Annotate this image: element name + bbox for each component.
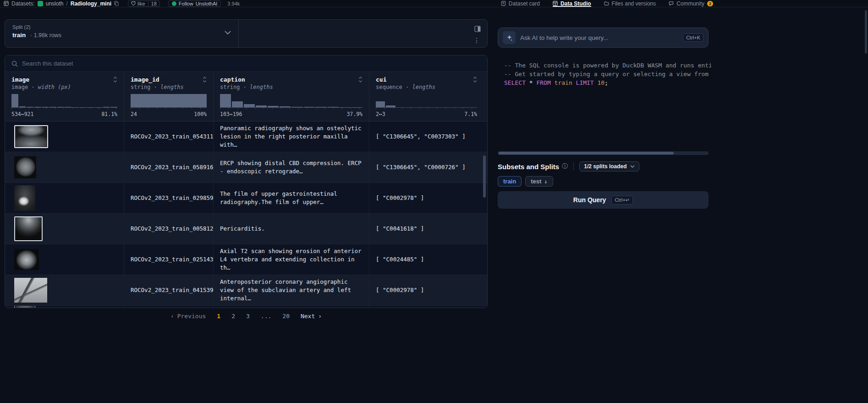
community-count-badge: 2 (707, 1, 713, 6)
table-row: ROCOv2_2023_train_005812 Pericarditis. [… (5, 214, 487, 244)
split-chips: train test ↓ (498, 176, 553, 187)
ai-query-placeholder: Ask AI to help write your query... (520, 34, 678, 41)
caption-cell[interactable]: Axial T2 scan showing erosion of anterio… (214, 244, 369, 275)
cui-cell[interactable]: [ "C1306645", "C0037303" ] (369, 121, 483, 152)
image-cell[interactable] (5, 152, 124, 182)
editor-horizontal-scrollbar[interactable] (498, 151, 709, 155)
page-number-2[interactable]: 2 (231, 313, 235, 320)
cui-cell[interactable]: [ "C0002978" ] (369, 183, 483, 213)
sql-editor[interactable]: -- The SQL console is powered by DuckDB … (504, 61, 711, 87)
sql-query-line: SELECT * FROM train LIMIT 10; (504, 78, 711, 87)
row-image-thumbnail[interactable] (14, 216, 43, 241)
previous-page-button[interactable]: ‹ Previous (170, 313, 206, 320)
image-cell[interactable] (5, 183, 124, 213)
datasets-icon[interactable] (4, 1, 9, 6)
image-id-cell[interactable]: ROCOv2_2023_train_058916 (124, 152, 214, 182)
column-histogram[interactable] (220, 94, 363, 108)
column-histogram[interactable] (376, 94, 477, 108)
table-row: ROCOv2_2023_train_054311 Panoramic radio… (5, 121, 487, 152)
subsets-title: Subsets and Splits (498, 163, 559, 171)
column-name: cui (376, 76, 386, 83)
search-icon (11, 61, 18, 67)
split-chip-train[interactable]: train (498, 176, 522, 187)
split-selector[interactable]: Split (2) train · 1.98k rows (5, 20, 239, 47)
search-input[interactable] (22, 60, 481, 67)
follow-button[interactable]: Follow UnslothAI (168, 0, 221, 7)
image-id-cell[interactable] (124, 306, 214, 308)
column-histogram[interactable] (131, 94, 207, 108)
datasets-label[interactable]: Datasets: (11, 0, 35, 7)
column-name: image (11, 76, 29, 83)
ask-ai-query-box[interactable]: Ask AI to help write your query... Ctrl+… (498, 28, 709, 48)
sparkle-icon (503, 31, 516, 44)
caption-cell[interactable]: Pericarditis. (214, 214, 369, 244)
column-stats: 2↔37.1% (376, 111, 477, 117)
image-cell[interactable] (5, 244, 124, 275)
chevron-down-icon (630, 165, 635, 168)
like-button[interactable]: like (128, 0, 148, 7)
sort-icon[interactable] (113, 77, 117, 83)
caption-cell[interactable]: Anteroposterior coronary angiographic vi… (214, 275, 369, 305)
column-header-image-id[interactable]: image_id string · lengths 24100% (124, 72, 214, 121)
page-scrollbar[interactable] (865, 10, 867, 54)
tab-community[interactable]: Community 2 (669, 0, 713, 7)
copy-icon[interactable] (114, 1, 119, 6)
table-scrollbar[interactable] (483, 155, 486, 198)
row-image-thumbnail[interactable] (14, 185, 35, 211)
tab-files-and-versions[interactable]: Files and versions (604, 0, 656, 7)
column-stats: 534↔92181.1% (11, 111, 117, 117)
sort-icon[interactable] (358, 77, 363, 83)
row-image-thumbnail[interactable] (14, 278, 47, 303)
image-id-cell[interactable]: ROCOv2_2023_train_005812 (124, 214, 214, 244)
row-image-thumbnail[interactable] (14, 125, 48, 148)
cui-cell[interactable] (369, 306, 483, 308)
column-header-cui[interactable]: cui sequence · lengths 2↔37.1% (369, 72, 483, 121)
page-number-20[interactable]: 20 (282, 313, 290, 320)
column-header-caption[interactable]: caption string · lengths 103↔19637.9% (214, 72, 369, 121)
org-link[interactable]: unsloth (46, 0, 64, 7)
caption-cell[interactable]: Panoramic radiography shows an osteolyti… (214, 121, 369, 152)
image-id-cell[interactable]: ROCOv2_2023_train_025143 (124, 244, 214, 275)
page-number-3[interactable]: 3 (246, 313, 250, 320)
row-image-thumbnail[interactable] (14, 249, 39, 270)
caption-cell[interactable]: ERCP showing distal CBD compression. ERC… (214, 152, 369, 182)
image-id-cell[interactable]: ROCOv2_2023_train_054311 (124, 121, 214, 152)
cui-cell[interactable]: [ "C0024485" ] (369, 244, 483, 275)
image-cell[interactable] (5, 275, 124, 305)
kebab-menu-icon[interactable]: ⋮ (473, 37, 480, 44)
run-query-button[interactable]: Run Query Ctrl+↵ (498, 191, 709, 209)
split-chip-test[interactable]: test ↓ (525, 176, 553, 187)
histogram-ticks (131, 108, 207, 109)
info-icon[interactable]: ⓘ (562, 162, 568, 171)
column-header-image[interactable]: image image · width (px) 534↔92181.1% (5, 72, 124, 121)
image-id-cell[interactable]: ROCOv2_2023_train_029859 (124, 183, 214, 213)
image-cell[interactable] (5, 121, 124, 152)
histogram-ticks (376, 108, 477, 109)
cui-cell[interactable]: [ "C0041618" ] (369, 214, 483, 244)
caption-cell[interactable]: The film of upper gastrointestinal radio… (214, 183, 369, 213)
image-cell[interactable] (5, 306, 124, 308)
row-image-thumbnail[interactable] (14, 306, 35, 308)
table-row: ROCOv2_2023_train_041539 Anteroposterior… (5, 275, 487, 306)
tab-dataset-card[interactable]: Dataset card (501, 0, 540, 7)
image-id-cell[interactable]: ROCOv2_2023_train_041539 (124, 275, 214, 305)
scrollbar-thumb[interactable] (499, 152, 674, 155)
cui-cell[interactable]: [ "C1306645", "C0000726" ] (369, 152, 483, 182)
page-number-1[interactable]: 1 (217, 313, 220, 320)
files-icon (604, 1, 609, 6)
like-count[interactable]: 18 (148, 0, 160, 7)
image-cell[interactable] (5, 214, 124, 244)
data-studio-icon (553, 1, 558, 6)
repo-name[interactable]: Radiology_mini (71, 0, 111, 7)
view-toggle-icon[interactable] (474, 26, 481, 32)
row-image-thumbnail[interactable] (14, 156, 36, 178)
next-page-button[interactable]: Next › (301, 313, 322, 320)
column-stats: 24100% (131, 111, 207, 117)
sort-icon[interactable] (203, 77, 207, 83)
tab-data-studio[interactable]: Data Studio (553, 0, 591, 7)
sort-icon[interactable] (473, 77, 477, 83)
splits-loaded-dropdown[interactable]: 1/2 splits loaded (579, 161, 639, 171)
column-histogram[interactable] (11, 94, 117, 108)
cui-cell[interactable]: [ "C0002978" ] (369, 275, 483, 305)
caption-cell[interactable] (214, 306, 369, 308)
